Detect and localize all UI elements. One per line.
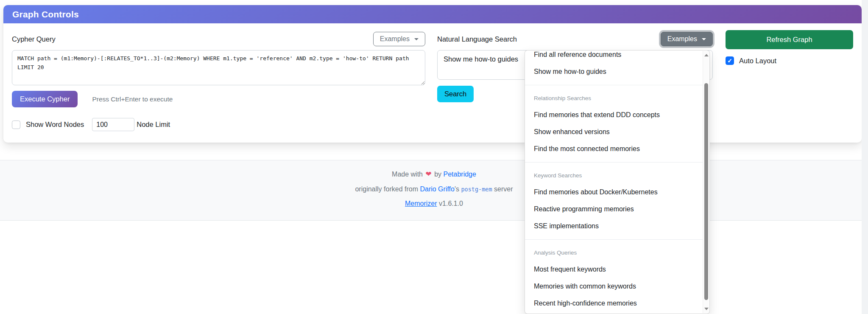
nl-examples-button[interactable]: Examples xyxy=(661,32,713,46)
execute-cypher-button[interactable]: Execute Cypher xyxy=(12,91,78,107)
dropdown-divider xyxy=(525,162,703,163)
cypher-examples-button-label: Examples xyxy=(380,35,410,43)
execute-hint: Press Ctrl+Enter to execute xyxy=(92,95,173,103)
card-header: Graph Controls xyxy=(3,5,862,23)
memorizer-link[interactable]: Memorizer xyxy=(405,200,437,207)
footer: Made with ❤ by Petabridge originally for… xyxy=(0,160,868,221)
cypher-examples-button[interactable]: Examples xyxy=(373,32,425,46)
server-text: server xyxy=(494,185,513,193)
page-scrollbar[interactable] xyxy=(862,0,868,314)
dropdown-item[interactable]: Find all reference documents xyxy=(525,50,703,63)
made-with-text: Made with xyxy=(392,171,423,178)
page-title: Graph Controls xyxy=(12,9,79,20)
nl-examples-button-label: Examples xyxy=(667,35,697,43)
dropdown-item[interactable]: Find the most connected memories xyxy=(525,140,703,157)
graph-actions-section: Refresh Graph ✓ Auto Layout xyxy=(726,30,853,131)
search-button[interactable]: Search xyxy=(437,86,474,102)
dropdown-item[interactable]: Find memories that extend DDD concepts xyxy=(525,107,703,123)
dropdown-item[interactable]: Show enhanced versions xyxy=(525,123,703,140)
heart-icon: ❤ xyxy=(424,170,432,178)
nl-search-label: Natural Language Search xyxy=(437,35,517,43)
node-limit-label: Node Limit xyxy=(137,121,170,129)
footer-forked-line: originally forked from Dario Griffo's po… xyxy=(0,185,868,193)
dropdown-item[interactable]: Show me how-to guides xyxy=(525,63,703,80)
version-text: v1.6.1.0 xyxy=(439,200,463,207)
dropdown-scrollbar[interactable] xyxy=(703,51,709,313)
petabridge-link[interactable]: Petabridge xyxy=(444,171,476,178)
chevron-down-icon xyxy=(414,38,419,40)
check-icon: ✓ xyxy=(727,58,732,64)
footer-made-with-line: Made with ❤ by Petabridge xyxy=(0,170,868,179)
chevron-down-icon xyxy=(702,38,706,40)
dropdown-section-header: Keyword Searches xyxy=(525,167,703,184)
refresh-graph-button[interactable]: Refresh Graph xyxy=(726,30,853,49)
dropdown-divider xyxy=(525,85,703,85)
dropdown-section-header: Relationship Searches xyxy=(525,90,703,107)
cypher-query-input[interactable]: MATCH path = (m1:Memory)-[:RELATES_TO*1.… xyxy=(12,50,425,85)
graph-controls-card: Graph Controls Cypher Query Examples MAT… xyxy=(3,5,862,143)
scrollbar-up-arrow[interactable] xyxy=(703,52,709,58)
examples-dropdown-menu: Find all reference documentsShow me how-… xyxy=(525,50,710,314)
apostrophe-text: 's xyxy=(455,185,459,193)
auto-layout-label: Auto Layout xyxy=(739,57,776,65)
scrollbar-thumb[interactable] xyxy=(704,83,708,300)
dropdown-item[interactable]: SSE implementations xyxy=(525,218,703,235)
dropdown-item[interactable]: Reactive programming memories xyxy=(525,201,703,218)
cypher-section: Cypher Query Examples MATCH path = (m1:M… xyxy=(12,30,425,131)
postg-mem-code: postg-mem xyxy=(461,186,492,193)
dropdown-item[interactable]: Most frequent keywords xyxy=(525,261,703,278)
node-limit-input[interactable] xyxy=(92,118,134,131)
cypher-query-label: Cypher Query xyxy=(12,35,56,43)
dropdown-item[interactable]: Find memories about Docker/Kubernetes xyxy=(525,184,703,201)
forked-prefix-text: originally forked from xyxy=(355,185,418,193)
scrollbar-down-arrow[interactable] xyxy=(703,306,709,312)
footer-version-line: Memorizer v1.6.1.0 xyxy=(0,200,868,207)
dropdown-divider xyxy=(525,239,703,240)
card-body: Cypher Query Examples MATCH path = (m1:M… xyxy=(3,23,862,143)
auto-layout-checkbox[interactable]: ✓ xyxy=(726,56,734,65)
dropdown-item[interactable]: Memories with common keywords xyxy=(525,278,703,295)
dario-griffo-link[interactable]: Dario Griffo xyxy=(420,185,455,193)
show-word-nodes-label: Show Word Nodes xyxy=(26,121,84,129)
dropdown-item[interactable]: Recent high-confidence memories xyxy=(525,295,703,312)
by-text: by xyxy=(434,171,441,178)
show-word-nodes-checkbox[interactable]: ✓ xyxy=(12,121,20,129)
dropdown-section-header: Analysis Queries xyxy=(525,244,703,261)
dropdown-list: Find all reference documentsShow me how-… xyxy=(525,50,703,312)
